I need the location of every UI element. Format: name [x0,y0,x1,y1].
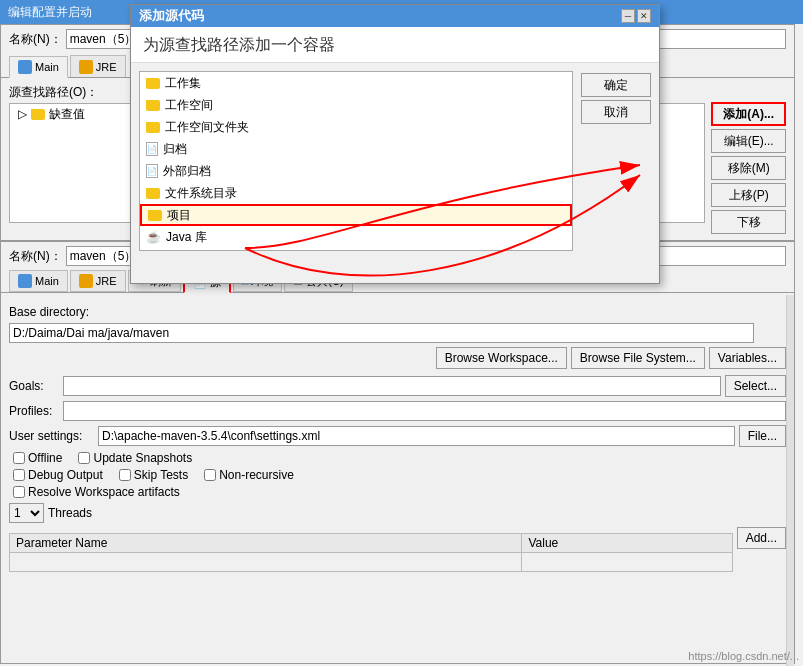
user-settings-label: User settings: [9,429,94,443]
update-snapshots-check[interactable] [78,452,90,464]
goals-row: Goals: Select... [9,375,786,397]
edit-button[interactable]: 编辑(E)... [711,129,786,153]
param-table: Parameter Name Value [9,533,733,572]
down-button[interactable]: 下移 [711,210,786,234]
add-param-btn[interactable]: Add... [737,527,786,549]
list-item-external-archive[interactable]: 📄 外部归档 [140,160,572,182]
tab-jre-upper-label: JRE [96,61,117,73]
list-item-filesystem[interactable]: 文件系统目录 [140,182,572,204]
name-label: 名称(N)： [9,31,62,48]
goals-input[interactable] [63,376,721,396]
debug-output-checkbox[interactable]: Debug Output [13,468,103,482]
lower-tab-main[interactable]: Main [9,270,68,292]
folder-icon-5 [146,188,160,199]
watermark: https://blog.csdn.net/... [688,650,799,662]
threads-row: 1 2 4 Threads [9,503,786,523]
resolve-workspace-check[interactable] [13,486,25,498]
minimize-btn[interactable]: ─ [621,9,635,23]
remove-button[interactable]: 移除(M) [711,156,786,180]
param-table-area: Parameter Name Value Add... [9,527,786,572]
overlay-right-buttons: 确定 取消 [581,71,651,251]
item-label-6: 文件系统目录 [165,185,237,202]
item-label-9: Java 类路径变量 [166,251,255,252]
overlay-title-controls: ─ ✕ [621,9,651,23]
item-label-8: Java 库 [166,229,207,246]
folder-icon-2 [146,100,160,111]
profiles-row: Profiles: [9,401,786,421]
param-col2: Value [522,534,732,553]
select-btn[interactable]: Select... [725,375,786,397]
watermark-text: https://blog.csdn.net/... [688,650,799,662]
overlay-cancel-btn[interactable]: 取消 [581,100,651,124]
lower-jre-icon [79,274,93,288]
non-recursive-checkbox[interactable]: Non-recursive [204,468,294,482]
overlay-content: 工作集 工作空间 工作空间文件夹 📄 归档 📄 外部归档 [131,63,659,259]
param-col1: Parameter Name [10,534,522,553]
offline-checkbox[interactable]: Offline [13,451,62,465]
file-icon-2: 📄 [146,164,158,178]
java-icon-1: ☕ [146,230,161,244]
folder-icon-6 [148,210,162,221]
main-icon-upper [18,60,32,74]
item-label-7: 项目 [167,207,191,224]
list-item-workingset[interactable]: 工作集 [140,72,572,94]
item-label-5: 外部归档 [163,163,211,180]
user-settings-input[interactable] [98,426,735,446]
item-label-1: 工作集 [165,75,201,92]
base-directory-row: Base directory: [9,305,786,319]
lower-name-label: 名称(N)： [9,248,62,265]
list-item-project[interactable]: 项目 [140,204,572,226]
jre-icon-upper [79,60,93,74]
item-label-2: 工作空间 [165,97,213,114]
item-label-3: 工作空间文件夹 [165,119,249,136]
offline-check[interactable] [13,452,25,464]
tab-jre-upper[interactable]: JRE [70,55,126,77]
folder-icon-1 [146,78,160,89]
overlay-dialog: 添加源代码 ─ ✕ 为源查找路径添加一个容器 工作集 工作空间 [130,4,660,284]
lower-content: Base directory: Browse Workspace... Brow… [1,299,794,578]
tab-main-upper[interactable]: Main [9,56,68,78]
variables-btn[interactable]: Variables... [709,347,786,369]
resolve-workspace-label: Resolve Workspace artifacts [28,485,180,499]
browse-buttons: Browse Workspace... Browse File System..… [9,347,786,369]
source-tree-folder-icon [31,109,45,120]
item-label-4: 归档 [163,141,187,158]
threads-label: Threads [48,506,92,520]
overlay-title-text: 添加源代码 [139,7,204,25]
checkbox-row-2: Debug Output Skip Tests Non-recursive [9,468,786,482]
debug-output-label: Debug Output [28,468,103,482]
skip-tests-label: Skip Tests [134,468,188,482]
skip-tests-checkbox[interactable]: Skip Tests [119,468,188,482]
table-row-empty [10,553,733,572]
file-icon-1: 📄 [146,142,158,156]
profiles-label: Profiles: [9,404,59,418]
skip-tests-check[interactable] [119,469,131,481]
debug-output-check[interactable] [13,469,25,481]
profiles-input[interactable] [63,401,786,421]
add-button[interactable]: 添加(A)... [711,102,786,126]
list-item-archive[interactable]: 📄 归档 [140,138,572,160]
list-item-workspace[interactable]: 工作空间 [140,94,572,116]
update-snapshots-checkbox[interactable]: Update Snapshots [78,451,192,465]
lower-tab-main-label: Main [35,275,59,287]
lower-tab-jre[interactable]: JRE [70,270,126,292]
scrollbar[interactable] [786,295,794,666]
resolve-workspace-checkbox[interactable]: Resolve Workspace artifacts [13,485,180,499]
tab-main-upper-label: Main [35,61,59,73]
file-btn[interactable]: File... [739,425,786,447]
non-recursive-label: Non-recursive [219,468,294,482]
up-button[interactable]: 上移(P) [711,183,786,207]
close-btn[interactable]: ✕ [637,9,651,23]
non-recursive-check[interactable] [204,469,216,481]
list-item-java-lib[interactable]: ☕ Java 库 [140,226,572,248]
browse-filesystem-btn[interactable]: Browse File System... [571,347,705,369]
list-item-java-classpath[interactable]: ☕ Java 类路径变量 [140,248,572,251]
user-settings-row: User settings: File... [9,425,786,447]
base-dir-input[interactable] [9,323,754,343]
overlay-heading-text: 为源查找路径添加一个容器 [143,36,335,53]
value-cell [522,553,732,572]
browse-workspace-btn[interactable]: Browse Workspace... [436,347,567,369]
list-item-workspace-folder[interactable]: 工作空间文件夹 [140,116,572,138]
overlay-ok-btn[interactable]: 确定 [581,73,651,97]
threads-select[interactable]: 1 2 4 [9,503,44,523]
